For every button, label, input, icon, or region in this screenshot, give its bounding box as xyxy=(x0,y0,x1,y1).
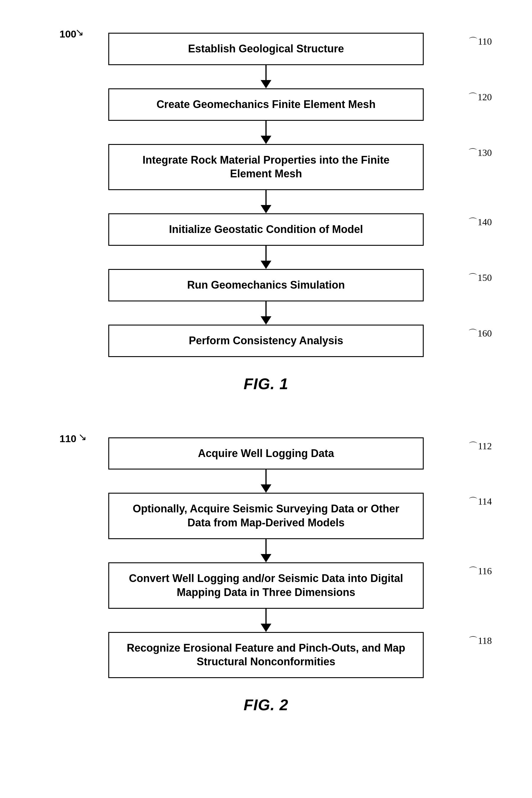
arrow-2-line xyxy=(265,121,267,136)
arrow-f2-3 xyxy=(261,609,271,632)
step-114-label: Optionally, Acquire Seismic Surveying Da… xyxy=(133,502,399,529)
step-116-box: Convert Well Logging and/or Seismic Data… xyxy=(108,562,424,609)
step-120-ref: ⌒120 xyxy=(468,91,492,104)
step-140-ref: ⌒140 xyxy=(468,216,492,229)
step-160-box: Perform Consistency Analysis xyxy=(108,325,424,357)
step-160-ref: ⌒160 xyxy=(468,327,492,340)
step-118-wrapper: Recognize Erosional Feature and Pinch-Ou… xyxy=(0,632,532,678)
step-130-box: Integrate Rock Material Properties into … xyxy=(108,144,424,190)
fig2-caption: FIG. 2 xyxy=(244,696,288,714)
step-130-label: Integrate Rock Material Properties into … xyxy=(142,154,390,180)
step-112-ref: ⌒112 xyxy=(468,440,492,453)
step-110-wrapper: Establish Geological Structure ⌒110 xyxy=(0,33,532,65)
arrow-1-head xyxy=(261,80,271,88)
arrow-2-head xyxy=(261,136,271,144)
arrow-4-head xyxy=(261,261,271,269)
arrow-f2-1-head xyxy=(261,484,271,493)
arrow-5-head xyxy=(261,316,271,325)
arrow-f2-2-head xyxy=(261,554,271,562)
fig1-caption: FIG. 1 xyxy=(244,375,288,393)
step-118-ref: ⌒118 xyxy=(468,634,492,647)
step-110-box: Establish Geological Structure xyxy=(108,33,424,65)
step-120-label: Create Geomechanics Finite Element Mesh xyxy=(156,98,376,110)
step-120-wrapper: Create Geomechanics Finite Element Mesh … xyxy=(0,88,532,121)
arrow-f2-1 xyxy=(261,470,271,493)
arrow-f2-2 xyxy=(261,539,271,562)
fig2-diagram: Acquire Well Logging Data ⌒112 Optionall… xyxy=(0,434,532,714)
arrow-4 xyxy=(261,246,271,269)
step-140-label: Initialize Geostatic Condition of Model xyxy=(169,223,363,235)
fig2-container: 110 ↘ Acquire Well Logging Data ⌒112 Opt… xyxy=(0,417,532,738)
step-114-box: Optionally, Acquire Seismic Surveying Da… xyxy=(108,493,424,539)
arrow-5 xyxy=(261,301,271,325)
step-150-wrapper: Run Geomechanics Simulation ⌒150 xyxy=(0,269,532,301)
fig1-container: 100 ↘ Establish Geological Structure ⌒11… xyxy=(0,12,532,417)
step-118-label: Recognize Erosional Feature and Pinch-Ou… xyxy=(127,642,405,668)
arrow-5-line xyxy=(265,301,267,316)
arrow-f2-3-head xyxy=(261,624,271,632)
step-112-box: Acquire Well Logging Data xyxy=(108,437,424,470)
step-110-ref: ⌒110 xyxy=(468,35,492,48)
step-114-wrapper: Optionally, Acquire Seismic Surveying Da… xyxy=(0,493,532,539)
step-116-wrapper: Convert Well Logging and/or Seismic Data… xyxy=(0,562,532,609)
arrow-3 xyxy=(261,190,271,213)
step-118-box: Recognize Erosional Feature and Pinch-Ou… xyxy=(108,632,424,678)
arrow-3-head xyxy=(261,205,271,213)
arrow-f2-3-line xyxy=(265,609,267,624)
arrow-3-line xyxy=(265,190,267,205)
arrow-2 xyxy=(261,121,271,144)
step-114-ref: ⌒114 xyxy=(468,495,492,508)
step-160-label: Perform Consistency Analysis xyxy=(189,335,343,347)
step-112-wrapper: Acquire Well Logging Data ⌒112 xyxy=(0,437,532,470)
step-140-wrapper: Initialize Geostatic Condition of Model … xyxy=(0,213,532,246)
step-130-wrapper: Integrate Rock Material Properties into … xyxy=(0,144,532,190)
arrow-f2-1-line xyxy=(265,470,267,484)
page: 100 ↘ Establish Geological Structure ⌒11… xyxy=(0,0,532,749)
arrow-4-line xyxy=(265,246,267,261)
arrow-f2-2-line xyxy=(265,539,267,554)
fig1-diagram: Establish Geological Structure ⌒110 Crea… xyxy=(0,30,532,393)
step-110-label: Establish Geological Structure xyxy=(188,42,344,55)
step-116-label: Convert Well Logging and/or Seismic Data… xyxy=(129,572,403,598)
step-112-label: Acquire Well Logging Data xyxy=(198,447,334,459)
step-150-ref: ⌒150 xyxy=(468,271,492,284)
step-150-label: Run Geomechanics Simulation xyxy=(187,279,345,291)
step-120-box: Create Geomechanics Finite Element Mesh xyxy=(108,88,424,121)
step-140-box: Initialize Geostatic Condition of Model xyxy=(108,213,424,246)
step-130-ref: ⌒130 xyxy=(468,146,492,159)
arrow-1-line xyxy=(265,65,267,80)
step-116-ref: ⌒116 xyxy=(468,565,492,578)
step-160-wrapper: Perform Consistency Analysis ⌒160 xyxy=(0,325,532,357)
arrow-1 xyxy=(261,65,271,88)
step-150-box: Run Geomechanics Simulation xyxy=(108,269,424,301)
